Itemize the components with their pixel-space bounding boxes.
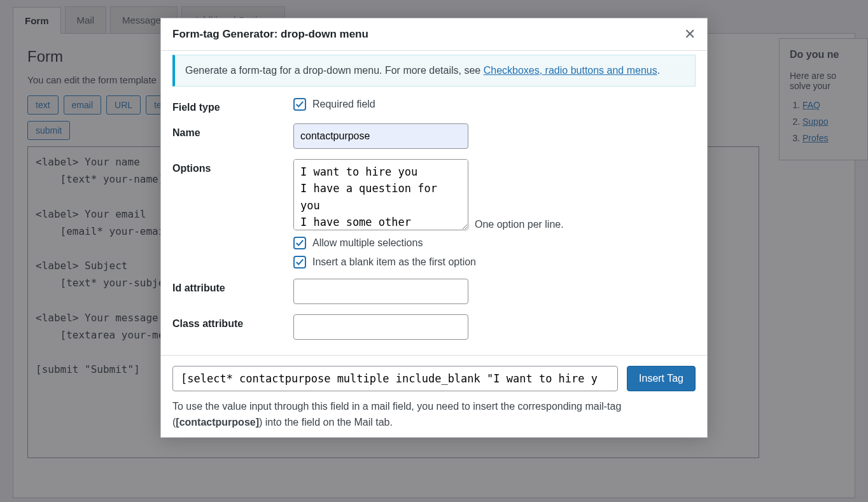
insert-tag-button[interactable]: Insert Tag bbox=[627, 366, 696, 391]
checkbox-checked-icon bbox=[293, 98, 306, 111]
modal-title: Form-tag Generator: drop-down menu bbox=[172, 28, 368, 41]
class-attribute-field[interactable] bbox=[293, 314, 468, 340]
insert-blank-label: Insert a blank item as the first option bbox=[312, 256, 476, 268]
checkbox-checked-icon bbox=[293, 256, 306, 268]
allow-multiple-label: Allow multiple selections bbox=[312, 237, 423, 249]
required-field-label: Required field bbox=[312, 99, 375, 110]
allow-multiple-checkbox[interactable]: Allow multiple selections bbox=[293, 237, 423, 249]
label-id-attribute: Id attribute bbox=[172, 279, 293, 294]
notice-text: Generate a form-tag for a drop-down menu… bbox=[185, 65, 484, 76]
label-name: Name bbox=[172, 123, 293, 139]
note-tag: [contactpurpose] bbox=[176, 417, 259, 428]
tag-output-field[interactable] bbox=[172, 366, 618, 391]
notice-text-end: . bbox=[657, 65, 660, 76]
modal-notice: Generate a form-tag for a drop-down menu… bbox=[172, 55, 696, 87]
label-class-attribute: Class attribute bbox=[172, 314, 293, 330]
required-field-checkbox[interactable]: Required field bbox=[293, 98, 375, 111]
label-field-type: Field type bbox=[172, 98, 293, 113]
name-field[interactable] bbox=[293, 123, 468, 149]
mail-tag-note: To use the value input through this fiel… bbox=[172, 399, 696, 431]
label-options: Options bbox=[172, 159, 293, 174]
id-attribute-field[interactable] bbox=[293, 279, 468, 304]
form-tag-generator-modal: Form-tag Generator: drop-down menu ✕ Gen… bbox=[160, 18, 708, 438]
note-post: ) into the field on the Mail tab. bbox=[259, 417, 393, 428]
notice-link[interactable]: Checkboxes, radio buttons and menus bbox=[484, 65, 657, 76]
close-icon[interactable]: ✕ bbox=[684, 27, 696, 41]
insert-blank-checkbox[interactable]: Insert a blank item as the first option bbox=[293, 256, 476, 268]
modal-backdrop: Form-tag Generator: drop-down menu ✕ Gen… bbox=[0, 0, 868, 502]
checkbox-checked-icon bbox=[293, 237, 306, 249]
options-hint: One option per line. bbox=[475, 219, 564, 230]
options-textarea[interactable] bbox=[293, 159, 468, 230]
